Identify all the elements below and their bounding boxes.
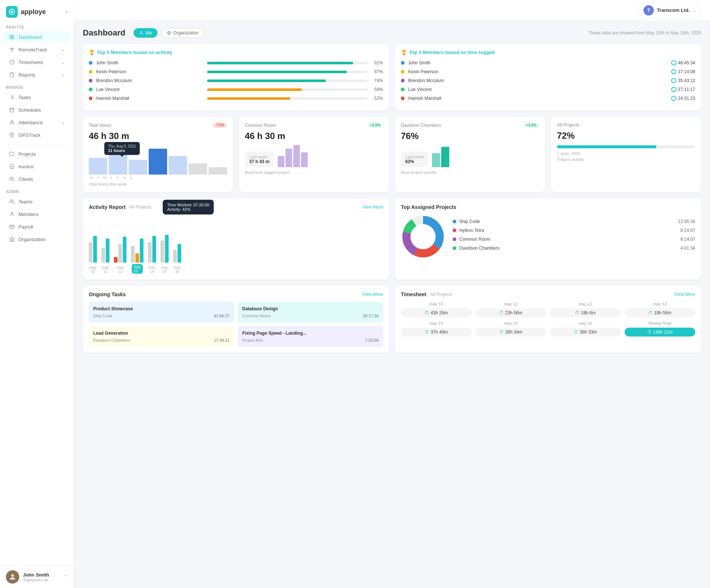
sidebar-item-gpstrack[interactable]: GPSTrack xyxy=(3,129,71,141)
clock-icon: ⏱ xyxy=(499,330,504,335)
common-room-value: 46 h 30 m xyxy=(245,131,383,141)
sidebar-item-organization[interactable]: Organization xyxy=(3,233,71,245)
tooltip-date: Thu, Aug 5, 2021 xyxy=(108,144,136,148)
sidebar-item-attendance[interactable]: Attendance ⌄ xyxy=(3,116,71,128)
dashboard-content: Dashboard Me Organization These data are… xyxy=(74,21,710,360)
tooltip-box: Thu, Aug 5, 2021 11 hours xyxy=(104,142,140,155)
task-card-database-design: Database Design Common Room 29:17:34 xyxy=(238,302,383,322)
bar-labels: M T W T F S S xyxy=(89,176,227,180)
top-time-card: 🏆 Top 5 Members based on time logged Joh… xyxy=(395,44,701,111)
ts-may13: may 13 ⏱ 19h 56m xyxy=(625,302,696,317)
timesheet-card: Timesheet All Projects View More may 10 … xyxy=(395,285,701,353)
top-time-title: Top 5 Members based on time logged xyxy=(409,50,495,55)
member-row: Lue Vincent 27:11:17 xyxy=(401,87,695,92)
top-projects-title: Top Assigned Projects xyxy=(401,204,456,210)
common-room-label: Common Room xyxy=(245,123,276,128)
legend-common-room: Common Room 8:14:07 xyxy=(453,237,695,242)
all-projects-label: All Projects xyxy=(557,122,579,128)
ts-may15: may 15 ⏱ 28h 34m xyxy=(476,321,547,337)
mid-section: Activity Report All Projects View More T… xyxy=(83,198,701,280)
tasks-view-more[interactable]: View More xyxy=(362,292,383,297)
trophy-icon: 🏆 xyxy=(89,50,95,55)
sidebar-item-label: Tasks xyxy=(18,95,31,100)
dashboard-header: Dashboard Me Organization These data are… xyxy=(83,28,701,38)
clock-icon xyxy=(671,60,676,65)
sidebar-item-label: Timesheets xyxy=(18,60,43,65)
clock-icon xyxy=(9,59,15,65)
sidebar-item-projects[interactable]: Projects xyxy=(3,148,71,160)
sidebar-item-dashboard[interactable]: Dashboard xyxy=(3,31,71,43)
task-card-product-showcase: Product Showcase Ship Code 41:56:27 xyxy=(89,302,234,322)
clock-icon xyxy=(671,78,676,83)
clock-icon: ⏱ xyxy=(574,330,578,335)
common-room-sub: Most hour logged project xyxy=(245,170,383,175)
date-range: These data are showed from May 10th to M… xyxy=(588,30,701,36)
total-hours-badge: -7.5% xyxy=(212,122,227,128)
clients-icon xyxy=(9,176,15,182)
sidebar-item-label: Reports xyxy=(18,72,36,78)
timesheet-view-more[interactable]: View More xyxy=(674,292,695,297)
total-hours-sub: Total hours this week xyxy=(89,182,227,186)
trophy-icon: 🏆 xyxy=(401,50,407,55)
legend-hyleon: Hyleon Tetra 8:14:07 xyxy=(453,228,695,233)
sidebar-item-tasks[interactable]: Tasks xyxy=(3,91,71,103)
tab-organization[interactable]: Organization xyxy=(161,28,204,38)
sidebar-item-schedules[interactable]: Schedules xyxy=(3,104,71,116)
tab-me[interactable]: Me xyxy=(133,28,158,38)
clock-icon: ⏱ xyxy=(575,310,579,315)
davidson-label: Davidson Chambers xyxy=(401,123,441,128)
sidebar-item-label: Organization xyxy=(18,237,46,242)
sidebar-item-clients[interactable]: Clients xyxy=(3,173,71,185)
activity-chart-wrap: Time Worked: 07:20:00 Activity: 42% may1… xyxy=(89,214,383,274)
sidebar-item-teams[interactable]: Teams xyxy=(3,196,71,207)
user-check-icon xyxy=(9,119,15,125)
act-bar-may15: may15 xyxy=(160,233,169,274)
all-projects-card: All Projects 72% 1 June, 2020 Today's ac… xyxy=(551,116,701,192)
user-name: John Smith xyxy=(23,572,49,578)
sidebar-item-label: GPSTrack xyxy=(18,132,40,138)
activity-report-card: Activity Report All Projects View More T… xyxy=(83,198,389,280)
sidebar-item-remotetrack[interactable]: RemoteTrack ⌄ xyxy=(3,44,71,55)
legend-ship-code: Ship Code 12:45:34 xyxy=(453,219,695,224)
teams-icon xyxy=(9,199,15,205)
activity-report-title: Activity Report xyxy=(89,204,126,210)
member-row: Kevin Peterson 37:14:08 xyxy=(401,69,695,74)
activity-view-more[interactable]: View More xyxy=(362,205,383,210)
chevron-down-icon: ⌄ xyxy=(62,121,65,125)
sidebar-item-label: Projects xyxy=(18,151,36,157)
sidebar-item-members[interactable]: Members xyxy=(3,208,71,220)
davidson-badge: +3.5% xyxy=(523,122,539,128)
ongoing-tasks-card: Ongoing Tasks View More Product Showcase… xyxy=(83,285,389,353)
org-selector[interactable]: T Transcom Ltd. ⌄ xyxy=(639,3,701,18)
wifi-icon xyxy=(9,47,15,53)
member-row: Hamish Marshall 52% xyxy=(89,96,383,101)
bottom-section: Ongoing Tasks View More Product Showcase… xyxy=(83,285,701,353)
app-name: apploye xyxy=(21,8,46,16)
task-card-fixing-page-speed: Fixing Page Speed - Landing... Project A… xyxy=(238,326,383,347)
sidebar-item-invoice[interactable]: Invoice xyxy=(3,160,71,172)
act-bar-may12: may12 xyxy=(114,233,126,274)
ts-may12: may 12 ⏱ 18h 6m xyxy=(550,302,621,317)
topbar: T Transcom Ltd. ⌄ xyxy=(74,0,710,21)
act-bar-may13: may13 xyxy=(131,233,143,274)
all-projects-date: 1 June, 2020 xyxy=(557,151,695,156)
task-grid: Product Showcase Ship Code 41:56:27 Data… xyxy=(89,302,383,347)
task-card-lead-generation: Lead Generation Davidson Chambers 17:34:… xyxy=(89,326,234,347)
total-hours-label: Total Hours xyxy=(89,123,111,128)
sidebar-item-timesheets[interactable]: Timesheets ⌄ xyxy=(3,56,71,68)
top-activity-title: Top 5 Members based on activity xyxy=(97,50,172,55)
all-projects-sub: Today's activity xyxy=(557,157,695,162)
stats-section: Total Hours -7.5% 46 h 30 m Thu, Aug 5, … xyxy=(83,116,701,192)
sidebar-user[interactable]: John Smith Transcom Ltd. ⌃ xyxy=(0,565,74,588)
sidebar-item-label: Clients xyxy=(18,176,33,182)
last-week-value: 37 h 43 m xyxy=(249,159,270,164)
folder-icon xyxy=(9,151,15,157)
clock-icon xyxy=(671,69,676,74)
clock-icon xyxy=(671,87,676,92)
map-pin-icon xyxy=(9,132,15,138)
collapse-button[interactable]: ‹ xyxy=(66,9,68,15)
sidebar-item-reports[interactable]: Reports ⌄ xyxy=(3,69,71,81)
svg-point-22 xyxy=(10,200,12,202)
sidebar-item-payroll[interactable]: Payroll xyxy=(3,221,71,233)
ts-may11: may 11 ⏱ 23h 56m xyxy=(476,302,547,317)
